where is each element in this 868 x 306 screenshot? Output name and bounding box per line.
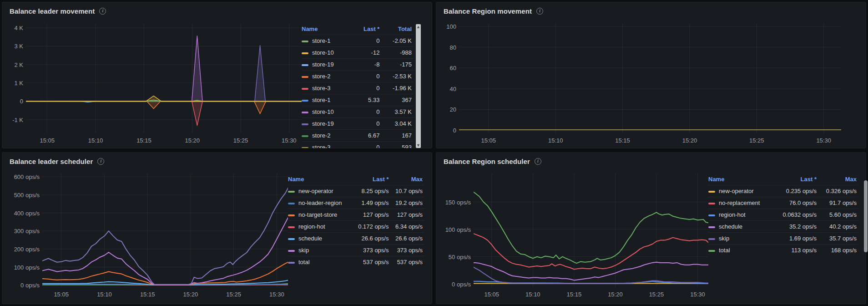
series-color-swatch-icon[interactable]: [288, 226, 295, 228]
info-icon[interactable]: i: [99, 8, 106, 15]
series-name[interactable]: store-19: [312, 61, 334, 68]
legend-value-last: 0.0632 ops/s: [774, 209, 818, 221]
chart-canvas[interactable]: [26, 23, 302, 133]
legend-row: region-hot0.0632 ops/s5.60 ops/s: [708, 209, 858, 221]
series-name[interactable]: store-19: [312, 120, 334, 127]
series-color-swatch-icon[interactable]: [708, 226, 715, 228]
series-color-swatch-icon[interactable]: [302, 76, 308, 78]
legend-row: store-1003.57 K: [302, 106, 414, 118]
panel-title[interactable]: Balance leader movement: [10, 7, 95, 15]
series-color-swatch-icon[interactable]: [708, 250, 715, 252]
legend-value-total: 19.2 ops/s: [390, 197, 424, 209]
legend-value-total: 10.7 ops/s: [390, 185, 424, 197]
legend-row: new-operator8.25 ops/s10.7 ops/s: [288, 185, 424, 197]
y-tick-label: 0: [453, 127, 456, 134]
series-name[interactable]: total: [719, 247, 730, 254]
legend-value-total: -2.05 K: [381, 35, 414, 47]
series-color-swatch-icon[interactable]: [302, 41, 308, 42]
x-axis: 15:0515:1015:1515:2015:2515:30: [459, 137, 841, 145]
series-color-swatch-icon[interactable]: [288, 250, 295, 252]
series-color-swatch-icon[interactable]: [302, 123, 308, 125]
series-name[interactable]: skip: [719, 235, 729, 242]
series-color-swatch-icon[interactable]: [302, 100, 308, 102]
series-name[interactable]: no-replacement: [719, 199, 760, 206]
series-color-swatch-icon[interactable]: [302, 88, 308, 90]
series-name[interactable]: store-1: [312, 97, 330, 103]
legend-column-header[interactable]: Last *: [353, 173, 391, 185]
x-tick-label: 15:15: [612, 137, 634, 144]
series-name[interactable]: no-target-store: [298, 211, 337, 218]
series-color-swatch-icon[interactable]: [708, 191, 715, 193]
info-icon[interactable]: i: [536, 8, 543, 15]
series-color-swatch-icon[interactable]: [302, 64, 308, 66]
chart-canvas[interactable]: [474, 173, 708, 287]
chart-canvas[interactable]: [42, 173, 288, 287]
series-color-swatch-icon[interactable]: [708, 238, 715, 240]
series-color-swatch-icon[interactable]: [708, 214, 715, 216]
series-color-swatch-icon[interactable]: [288, 262, 295, 264]
series-name[interactable]: store-2: [312, 132, 330, 139]
legend-name-cell: schedule: [708, 221, 774, 233]
timeseries-chart: 10080604020015:0515:1015:1515:2015:2515:…: [440, 23, 841, 148]
legend-name-cell: store-2: [302, 71, 354, 82]
legend-column-header[interactable]: Last *: [774, 173, 818, 185]
scroll-down-arrow-icon[interactable]: ▼: [416, 143, 421, 148]
legend-name-cell: no-target-store: [288, 209, 353, 221]
scroll-up-arrow-icon[interactable]: ▲: [416, 24, 421, 30]
legend-name-cell: store-19: [302, 118, 354, 130]
legend-value-total: 5.60 ops/s: [818, 209, 858, 221]
legend-column-header[interactable]: Max: [390, 173, 424, 185]
legend-name-cell: skip: [288, 245, 353, 256]
series-color-swatch-icon[interactable]: [288, 214, 295, 216]
y-tick-label: 600 ops/s: [14, 173, 40, 180]
info-icon[interactable]: i: [535, 158, 541, 165]
legend-value-total: 0.326 ops/s: [818, 185, 858, 197]
legend-column-header[interactable]: Name: [288, 173, 353, 185]
x-tick-label: 15:05: [478, 137, 500, 144]
legend-scrollbar[interactable]: ▲▼: [416, 24, 421, 148]
series-name[interactable]: store-3: [312, 85, 330, 92]
series-name[interactable]: region-hot: [719, 211, 746, 218]
series-color-swatch-icon[interactable]: [288, 203, 295, 204]
series-name[interactable]: store-3: [312, 144, 330, 148]
x-tick-label: 15:25: [230, 137, 252, 144]
series-line-schedule: [474, 262, 708, 280]
legend-name-cell: total: [708, 245, 774, 256]
panel-title[interactable]: Balance Region scheduler: [444, 158, 530, 165]
series-name[interactable]: new-operator: [298, 188, 333, 194]
page-scrollbar-thumb[interactable]: [864, 180, 868, 252]
series-color-swatch-icon[interactable]: [708, 203, 715, 204]
legend-column-header[interactable]: Name: [302, 23, 354, 35]
series-name[interactable]: store-1: [312, 37, 330, 44]
series-name[interactable]: skip: [298, 247, 309, 254]
x-tick-label: 15:20: [182, 137, 203, 144]
info-icon[interactable]: i: [97, 158, 104, 165]
legend-value-total: -988: [381, 47, 414, 59]
series-color-swatch-icon[interactable]: [302, 52, 308, 54]
series-color-swatch-icon[interactable]: [288, 191, 295, 193]
series-color-swatch-icon[interactable]: [302, 135, 308, 137]
legend-value-total: 3.57 K: [381, 106, 414, 118]
chart-canvas[interactable]: [459, 23, 841, 133]
legend-column-header[interactable]: Name: [708, 173, 774, 185]
series-name[interactable]: schedule: [298, 235, 322, 242]
series-name[interactable]: store-10: [312, 108, 334, 115]
series-name[interactable]: store-2: [312, 73, 330, 80]
series-name[interactable]: total: [298, 259, 310, 265]
series-name[interactable]: region-hot: [298, 223, 325, 230]
series-color-swatch-icon[interactable]: [288, 238, 295, 240]
series-name[interactable]: new-operator: [719, 188, 754, 194]
series-color-swatch-icon[interactable]: [302, 147, 308, 148]
panel-title[interactable]: Balance leader scheduler: [10, 158, 93, 165]
series-name[interactable]: no-leader-region: [298, 199, 342, 206]
legend-column-header[interactable]: Last *: [354, 23, 382, 35]
legend-column-header[interactable]: Total: [381, 23, 414, 35]
series-color-swatch-icon[interactable]: [302, 112, 308, 113]
legend-column-header[interactable]: Max: [818, 173, 858, 185]
y-tick-label: 300 ops/s: [14, 228, 40, 235]
series-name[interactable]: schedule: [719, 223, 742, 230]
legend-value-total: -175: [381, 59, 414, 71]
series-name[interactable]: store-10: [312, 49, 334, 56]
panel-title[interactable]: Balance Region movement: [444, 7, 532, 15]
x-tick-label: 15:20: [604, 291, 626, 298]
